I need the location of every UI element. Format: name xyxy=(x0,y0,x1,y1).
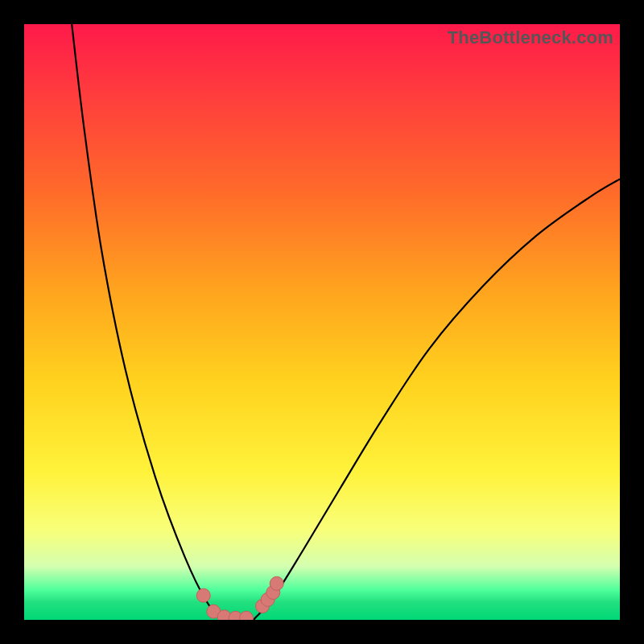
curve-left-branch xyxy=(72,24,225,620)
chart-frame: TheBottleneck.com xyxy=(0,0,644,644)
curve-right-branch xyxy=(254,179,620,620)
data-markers xyxy=(196,576,283,620)
data-marker xyxy=(266,585,280,599)
bottleneck-curve xyxy=(24,24,620,620)
data-marker xyxy=(261,592,275,606)
data-marker xyxy=(240,611,254,620)
data-marker xyxy=(207,605,221,618)
data-marker xyxy=(196,588,210,602)
plot-area: TheBottleneck.com xyxy=(24,24,620,620)
watermark-label: TheBottleneck.com xyxy=(448,27,613,48)
data-marker xyxy=(256,599,270,613)
data-marker xyxy=(229,611,242,620)
data-marker xyxy=(270,576,283,590)
data-marker xyxy=(217,610,231,620)
